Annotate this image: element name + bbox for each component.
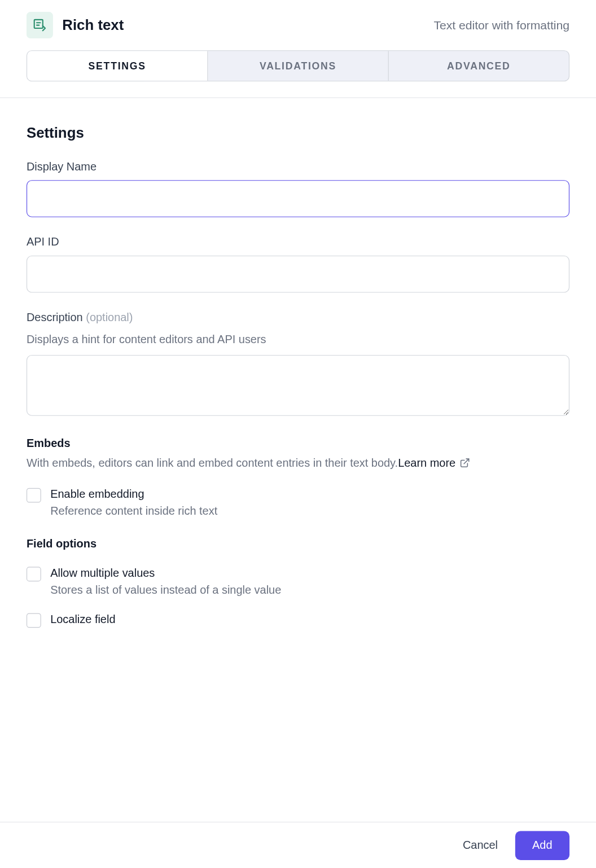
- field-options-section: Field options Allow multiple values Stor…: [27, 538, 569, 628]
- display-name-input[interactable]: [27, 180, 569, 217]
- settings-scroll[interactable]: Settings Display Name API ID Description…: [0, 103, 596, 822]
- description-hint: Displays a hint for content editors and …: [27, 331, 569, 348]
- enable-embedding-label: Enable embedding: [50, 486, 217, 502]
- enable-embedding-row: Enable embedding Reference content insid…: [27, 486, 569, 518]
- display-name-field: Display Name: [27, 160, 569, 217]
- allow-multiple-labels: Allow multiple values Stores a list of v…: [50, 566, 281, 598]
- tab-advanced[interactable]: Advanced: [389, 51, 569, 81]
- localize-checkbox[interactable]: [27, 613, 41, 628]
- settings-heading: Settings: [27, 125, 569, 142]
- display-name-label: Display Name: [27, 160, 569, 173]
- localize-row: Localize field: [27, 612, 569, 628]
- description-label: Description (optional): [27, 311, 569, 324]
- cancel-button[interactable]: Cancel: [463, 839, 498, 852]
- field-type-title: Rich text: [62, 16, 124, 34]
- embeds-description: With embeds, editors can link and embed …: [27, 454, 569, 472]
- tab-validations[interactable]: Validations: [208, 51, 388, 81]
- embeds-heading: Embeds: [27, 437, 569, 450]
- embeds-section: Embeds With embeds, editors can link and…: [27, 437, 569, 518]
- learn-more-link[interactable]: Learn more: [398, 454, 470, 472]
- external-link-icon: [459, 458, 470, 468]
- description-label-text: Description: [27, 311, 83, 323]
- localize-labels: Localize field: [50, 612, 115, 628]
- allow-multiple-row: Allow multiple values Stores a list of v…: [27, 566, 569, 598]
- enable-embedding-sub: Reference content inside rich text: [50, 505, 217, 518]
- allow-multiple-label: Allow multiple values: [50, 566, 281, 582]
- header-divider: [0, 97, 596, 98]
- api-id-label: API ID: [27, 236, 569, 249]
- svg-rect-0: [34, 20, 43, 28]
- embeds-desc-text: With embeds, editors can link and embed …: [27, 457, 398, 469]
- allow-multiple-sub: Stores a list of values instead of a sin…: [50, 584, 281, 597]
- enable-embedding-labels: Enable embedding Reference content insid…: [50, 486, 217, 518]
- localize-label: Localize field: [50, 612, 115, 628]
- enable-embedding-checkbox[interactable]: [27, 488, 41, 502]
- field-type-subtitle: Text editor with formatting: [433, 18, 569, 32]
- learn-more-text: Learn more: [398, 454, 455, 472]
- description-field: Description (optional) Displays a hint f…: [27, 311, 569, 418]
- tab-settings[interactable]: Settings: [27, 51, 208, 81]
- header-left: Rich text: [27, 12, 124, 38]
- svg-line-1: [464, 459, 469, 464]
- api-id-field: API ID: [27, 236, 569, 293]
- field-options-heading: Field options: [27, 538, 569, 551]
- dialog-footer: Cancel Add: [0, 822, 596, 868]
- add-button[interactable]: Add: [515, 831, 570, 860]
- api-id-input[interactable]: [27, 256, 569, 293]
- description-optional: (optional): [86, 311, 133, 323]
- dialog-header: Rich text Text editor with formatting: [0, 0, 596, 50]
- allow-multiple-checkbox[interactable]: [27, 567, 41, 582]
- tabs: Settings Validations Advanced: [27, 50, 569, 81]
- description-input[interactable]: [27, 354, 569, 415]
- rich-text-icon: [27, 12, 53, 38]
